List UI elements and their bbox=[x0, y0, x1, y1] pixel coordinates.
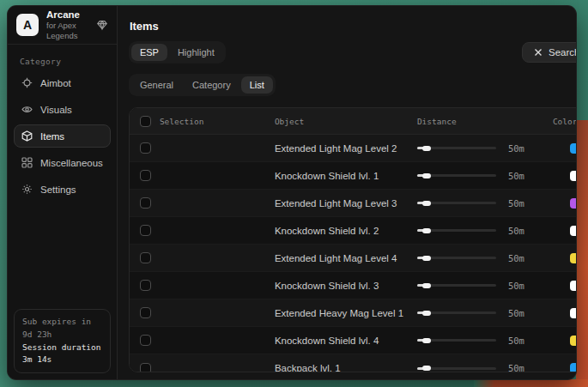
row-checkbox[interactable] bbox=[140, 307, 151, 318]
object-name: Backpack lvl. 1 bbox=[275, 363, 417, 372]
distance-slider[interactable] bbox=[417, 198, 496, 209]
sidebar-item-settings[interactable]: Settings bbox=[14, 178, 111, 201]
box-icon bbox=[21, 130, 33, 142]
app-name: Arcane bbox=[46, 9, 88, 21]
sidebar-item-label: Items bbox=[40, 131, 64, 142]
sidebar-item-label: Aimbot bbox=[40, 78, 71, 88]
eye-icon bbox=[21, 104, 33, 115]
sidebar-header: A Arcane for Apex Legends bbox=[8, 6, 117, 45]
color-swatch[interactable] bbox=[570, 281, 577, 291]
object-name: Knockdown Shield lvl. 3 bbox=[275, 281, 417, 291]
color-swatch[interactable] bbox=[570, 171, 577, 181]
header-distance: Distance bbox=[417, 117, 553, 126]
row-checkbox[interactable] bbox=[140, 252, 151, 263]
object-name: Extended Light Mag Level 2 bbox=[275, 143, 417, 154]
color-swatch[interactable] bbox=[570, 253, 577, 263]
game-backdrop-orange-bottom bbox=[474, 379, 588, 387]
distance-slider[interactable] bbox=[417, 226, 496, 236]
row-checkbox[interactable] bbox=[140, 197, 151, 209]
distance-value: 50m bbox=[508, 226, 524, 236]
object-name: Knockdown Shield lvl. 2 bbox=[275, 226, 417, 236]
table-row: Knockdown Shield lvl. 3 50m bbox=[130, 272, 577, 299]
page-title: Items bbox=[130, 20, 577, 33]
sidebar-item-items[interactable]: Items bbox=[14, 124, 111, 148]
tab-list[interactable]: List bbox=[241, 76, 273, 94]
sub-expires-text: Sub expires in 9d 23h bbox=[22, 316, 102, 341]
table-row: Extended Light Mag Level 2 50m bbox=[130, 135, 577, 162]
tab-highlight[interactable]: Highlight bbox=[169, 44, 223, 61]
object-name: Extended Light Mag Level 3 bbox=[275, 198, 417, 209]
session-status-box: Sub expires in 9d 23h Session duration 3… bbox=[14, 309, 111, 373]
table-row: Knockdown Shield lvl. 1 50m bbox=[130, 162, 577, 190]
table-header-row: Selection Object Distance Color bbox=[130, 108, 577, 135]
object-name: Knockdown Shield lvl. 4 bbox=[275, 336, 417, 346]
color-swatch[interactable] bbox=[570, 308, 577, 318]
table-body: Extended Light Mag Level 2 50m Knockdown… bbox=[130, 135, 577, 372]
table-row: Knockdown Shield lvl. 2 50m bbox=[130, 217, 577, 245]
distance-slider[interactable] bbox=[417, 363, 496, 372]
row-checkbox[interactable] bbox=[140, 280, 151, 291]
sidebar-item-miscellaneous[interactable]: Miscellaneous bbox=[14, 151, 111, 174]
color-swatch[interactable] bbox=[570, 336, 577, 346]
distance-slider[interactable] bbox=[417, 143, 496, 154]
distance-value: 50m bbox=[508, 363, 524, 372]
distance-slider[interactable] bbox=[417, 171, 496, 181]
search-button[interactable]: Search bbox=[522, 42, 577, 63]
session-duration-text: Session duration 3m 14s bbox=[22, 342, 102, 366]
category-label: Category bbox=[8, 45, 117, 71]
color-swatch[interactable] bbox=[570, 363, 577, 372]
row-checkbox[interactable] bbox=[140, 225, 151, 236]
sidebar-item-label: Miscellaneous bbox=[40, 158, 103, 168]
row-checkbox[interactable] bbox=[140, 363, 151, 373]
object-name: Extended Light Mag Level 4 bbox=[275, 253, 417, 263]
row-checkbox[interactable] bbox=[140, 335, 151, 346]
view-tab-group: GeneralCategoryList bbox=[129, 74, 276, 96]
sidebar-item-aimbot[interactable]: Aimbot bbox=[14, 71, 111, 94]
table-row: Extended Light Mag Level 3 50m bbox=[130, 190, 577, 217]
crosshair-icon bbox=[21, 77, 33, 88]
view-tabs-row: GeneralCategoryList bbox=[129, 74, 577, 96]
tab-general[interactable]: General bbox=[131, 76, 182, 94]
distance-value: 50m bbox=[508, 336, 524, 346]
table-row: Backpack lvl. 1 50m bbox=[130, 354, 577, 372]
game-backdrop-orange bbox=[576, 120, 588, 387]
sidebar-item-visuals[interactable]: Visuals bbox=[14, 98, 111, 121]
toolbar: ESPHighlight Search bbox=[129, 41, 577, 63]
sidebar: A Arcane for Apex Legends Category Aimbo… bbox=[8, 6, 118, 379]
distance-slider[interactable] bbox=[417, 308, 496, 318]
app-titles: Arcane for Apex Legends bbox=[46, 9, 88, 41]
distance-slider[interactable] bbox=[417, 281, 496, 291]
color-swatch[interactable] bbox=[570, 143, 577, 154]
search-button-label: Search bbox=[549, 47, 577, 57]
row-checkbox[interactable] bbox=[140, 142, 151, 154]
distance-value: 50m bbox=[508, 308, 524, 318]
row-checkbox[interactable] bbox=[140, 170, 151, 181]
items-table: Selection Object Distance Color Extended… bbox=[129, 107, 577, 372]
distance-value: 50m bbox=[508, 171, 524, 181]
distance-slider[interactable] bbox=[417, 336, 496, 346]
distance-value: 50m bbox=[508, 198, 524, 209]
sidebar-item-label: Visuals bbox=[40, 105, 72, 115]
x-icon bbox=[534, 48, 543, 57]
color-swatch[interactable] bbox=[570, 226, 577, 236]
color-swatch[interactable] bbox=[570, 198, 577, 209]
app-logo: A bbox=[16, 14, 39, 36]
object-name: Extended Heavy Mag Level 1 bbox=[275, 308, 417, 318]
sidebar-nav: Aimbot Visuals Items Miscellaneous Setti… bbox=[8, 71, 117, 201]
header-object: Object bbox=[275, 117, 417, 126]
tab-esp[interactable]: ESP bbox=[131, 44, 167, 61]
header-color: Color bbox=[553, 117, 577, 126]
gem-icon[interactable] bbox=[96, 19, 108, 31]
distance-slider[interactable] bbox=[417, 253, 496, 263]
tab-category[interactable]: Category bbox=[184, 76, 239, 94]
app-subtitle: for Apex Legends bbox=[46, 21, 88, 41]
object-name: Knockdown Shield lvl. 1 bbox=[275, 171, 417, 181]
app-window: A Arcane for Apex Legends Category Aimbo… bbox=[7, 5, 577, 380]
gear-icon bbox=[21, 184, 33, 195]
table-row: Extended Heavy Mag Level 1 50m bbox=[130, 299, 577, 327]
table-row: Extended Light Mag Level 4 50m bbox=[130, 245, 577, 272]
select-all-checkbox[interactable] bbox=[140, 116, 151, 127]
mode-tab-group: ESPHighlight bbox=[129, 41, 226, 63]
header-selection: Selection bbox=[160, 117, 203, 126]
table-row: Knockdown Shield lvl. 4 50m bbox=[130, 327, 577, 354]
